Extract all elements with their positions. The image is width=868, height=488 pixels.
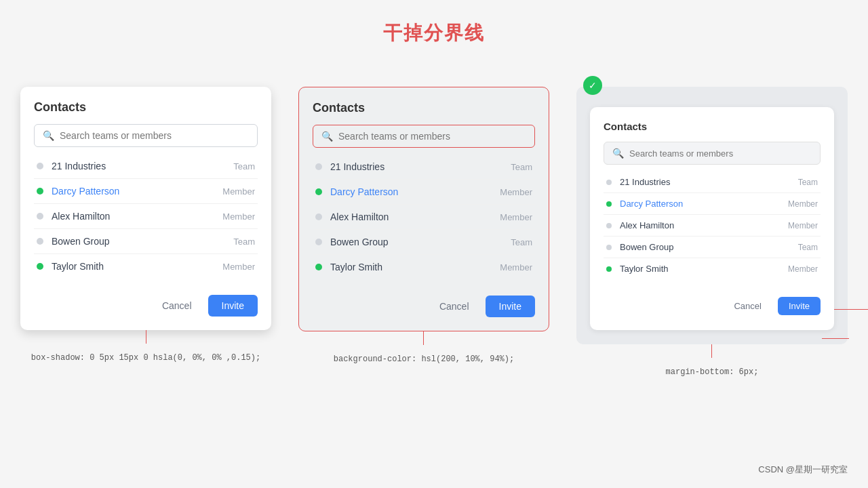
invite-button-3[interactable]: Invite [778,297,821,315]
contact-name: Bowen Group [620,242,798,252]
contact-type: Member [222,211,255,222]
status-dot [315,264,322,270]
contacts-card-3: Contacts 🔍 21 Industries Team Darcy Patt… [590,107,834,330]
search-input-1[interactable] [60,130,249,141]
contact-name: Darcy Patterson [52,186,222,197]
panel-1-wrapper: Contacts 🔍 21 Industries Team Darcy Patt… [20,87,271,363]
status-dot [37,263,43,270]
contact-name: Taylor Smith [52,261,222,272]
contact-name: Taylor Smith [330,262,500,272]
list-item[interactable]: Darcy Patterson Member [34,179,258,204]
card-footer-3: Cancel Invite [604,289,821,317]
annotation-3: margin-bottom: 6px; [666,344,759,377]
status-dot [315,188,322,195]
status-dot [606,180,612,185]
card-title-2: Contacts [313,101,535,115]
contact-list-3: 21 Industries Team Darcy Patterson Membe… [604,171,821,279]
annotation-1: box-shadow: 0 5px 15px 0 hsla(0, 0%, 0% … [31,330,260,363]
contact-type: Member [788,199,818,209]
panel-3-wrapper: ✓ Contacts 🔍 21 Industries Team [576,87,848,377]
contacts-card-1: Contacts 🔍 21 Industries Team Darcy Patt… [20,87,271,330]
panel-2-wrapper: Contacts 🔍 21 Industries Team Darcy Patt… [298,87,549,364]
contact-type: Team [233,161,255,171]
list-item[interactable]: Bowen Group Team [604,237,821,258]
list-item[interactable]: Darcy Patterson Member [313,180,535,205]
search-icon-1: 🔍 [43,130,54,141]
contact-name: Alex Hamilton [330,211,500,222]
list-item[interactable]: Alex Hamilton Member [34,204,258,229]
card-title-3: Contacts [604,121,821,132]
status-dot [315,239,322,245]
search-box-3[interactable]: 🔍 [604,142,821,165]
contact-name: Alex Hamilton [52,211,222,222]
contact-name: Bowen Group [330,237,511,247]
card-title-1: Contacts [34,100,258,115]
list-item[interactable]: Darcy Patterson Member [604,193,821,215]
contact-type: Member [500,262,532,272]
card-footer-1: Cancel Invite [34,288,258,317]
annotation-text-1: box-shadow: 0 5px 15px 0 hsla(0, 0%, 0% … [31,353,260,363]
invite-button-1[interactable]: Invite [208,295,258,317]
contact-type: Team [511,162,532,172]
contact-list-2: 21 Industries Team Darcy Patterson Membe… [313,155,535,279]
contact-name: Taylor Smith [620,264,788,274]
search-icon-2: 🔍 [321,131,333,142]
main-content: Contacts 🔍 21 Industries Team Darcy Patt… [0,60,868,377]
search-icon-3: 🔍 [612,148,624,159]
cancel-button-3[interactable]: Cancel [726,296,769,317]
contact-name: Darcy Patterson [620,199,788,209]
status-dot [606,223,612,228]
list-item[interactable]: Bowen Group Team [313,230,535,255]
status-dot [37,238,43,245]
list-item[interactable]: 21 Industries Team [604,171,821,193]
list-item[interactable]: Taylor Smith Member [34,254,258,279]
right-side-line [822,338,849,339]
cancel-button-1[interactable]: Cancel [154,295,200,317]
page-title: 干掉分界线 [0,0,868,46]
search-input-2[interactable] [338,131,526,142]
contact-name: Alex Hamilton [620,220,788,230]
status-dot [37,213,43,220]
status-dot [37,163,43,169]
list-item[interactable]: 21 Industries Team [313,155,535,180]
status-dot [606,266,612,272]
annotation-line-v [423,331,424,345]
status-dot [37,188,43,195]
card-footer-2: Cancel Invite [313,289,535,317]
annotation-text-3: margin-bottom: 6px; [666,367,759,377]
contact-type: Team [798,243,818,252]
cancel-button-2[interactable]: Cancel [431,296,477,317]
list-item[interactable]: 21 Industries Team [34,154,258,179]
contact-type: Member [500,187,532,197]
contact-name: Darcy Patterson [330,186,500,197]
right-background: Contacts 🔍 21 Industries Team Darcy Patt… [576,87,848,344]
contact-type: Member [788,221,818,230]
status-dot [315,214,322,220]
contact-name: Bowen Group [52,236,233,247]
contact-type: Team [798,178,818,187]
contact-name: 21 Industries [330,161,511,172]
list-item[interactable]: Alex Hamilton Member [313,205,535,230]
contact-type: Team [233,237,255,247]
search-box-1[interactable]: 🔍 [34,124,258,147]
contact-name: 21 Industries [620,177,798,187]
contact-type: Team [511,237,532,247]
list-item[interactable]: Bowen Group Team [34,229,258,254]
status-dot [606,245,612,250]
contact-type: Member [788,264,818,274]
list-item[interactable]: Taylor Smith Member [313,255,535,279]
status-dot [315,163,322,170]
search-box-2[interactable]: 🔍 [313,125,535,148]
contact-type: Member [222,262,255,272]
list-item[interactable]: Alex Hamilton Member [604,215,821,237]
annotation-line-v [711,344,712,358]
contact-list-1: 21 Industries Team Darcy Patterson Membe… [34,154,258,279]
list-item[interactable]: Taylor Smith Member [604,258,821,279]
annotation-h-line [834,309,868,310]
invite-button-2[interactable]: Invite [486,296,535,317]
contact-type: Member [500,212,532,222]
annotation-text-2: background-color: hsl(200, 10%, 94%); [334,354,514,364]
contacts-card-2: Contacts 🔍 21 Industries Team Darcy Patt… [298,87,549,331]
check-icon: ✓ [583,76,602,95]
search-input-3[interactable] [629,148,812,159]
